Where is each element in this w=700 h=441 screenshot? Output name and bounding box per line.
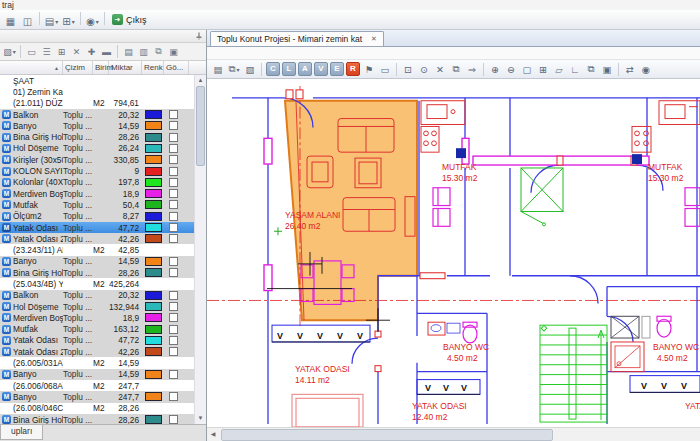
- table-row[interactable]: (23.243/11) ALÜM...M242,85: [0, 244, 195, 255]
- color-swatch[interactable]: [145, 223, 162, 232]
- visibility-checkbox[interactable]: [169, 257, 178, 266]
- document-tab[interactable]: Toplu Konut Projesi - Mimari zemin kat ✕: [210, 31, 384, 46]
- table-row[interactable]: MYatak OdasıToplu ...47,72: [0, 222, 195, 233]
- layer-e-button[interactable]: E: [330, 62, 344, 76]
- scroll-left-icon[interactable]: ◀: [207, 428, 219, 440]
- visibility-checkbox[interactable]: [169, 302, 178, 311]
- paste-icon[interactable]: ▧▾: [3, 45, 16, 58]
- go-icon[interactable]: ⇒: [465, 62, 479, 76]
- print-icon[interactable]: ▤: [122, 45, 135, 58]
- pin-icon[interactable]: [195, 32, 203, 40]
- color-swatch[interactable]: [145, 415, 162, 424]
- color-swatch[interactable]: [145, 212, 162, 221]
- visibility-checkbox[interactable]: [169, 212, 178, 221]
- color-swatch[interactable]: [145, 291, 162, 300]
- column-name[interactable]: ▲: [0, 61, 63, 74]
- visibility-checkbox[interactable]: [169, 347, 178, 356]
- layer-a-button[interactable]: A: [298, 62, 312, 76]
- grid-scrollbar[interactable]: ▲ ▼: [194, 75, 206, 424]
- table-row[interactable]: MYatak Odası 2Toplu ...42,26: [0, 233, 195, 244]
- color-swatch[interactable]: [145, 392, 162, 401]
- table-row[interactable]: MKOLON SAYILARIToplu ...9: [0, 165, 195, 176]
- visibility-checkbox[interactable]: [169, 313, 178, 322]
- table-row[interactable]: MBina Giriş HolüToplu ...28,26: [0, 414, 195, 424]
- color-swatch[interactable]: [145, 370, 162, 379]
- select-icon[interactable]: ⊡: [401, 62, 415, 76]
- visibility-checkbox[interactable]: [169, 325, 178, 334]
- page-icon[interactable]: ▱: [552, 62, 566, 76]
- table-row[interactable]: MÖlçüm2Toplu ...8,27: [0, 211, 195, 222]
- table-row[interactable]: MKolonlar (40X60)Toplu ...197,8: [0, 177, 195, 188]
- column-miktar[interactable]: Miktar: [109, 61, 142, 74]
- visibility-checkbox[interactable]: [169, 133, 178, 142]
- table-row[interactable]: MBina Giriş HolüToplu ...28,26: [0, 267, 195, 278]
- column-gorunum[interactable]: Gö...: [164, 61, 189, 74]
- window-icon[interactable]: ◫: [20, 14, 35, 29]
- table-row[interactable]: MHol DöşemeToplu ...26,24: [0, 143, 195, 154]
- color-swatch[interactable]: [145, 313, 162, 322]
- scroll-up-icon[interactable]: ▲: [195, 75, 206, 86]
- color-swatch[interactable]: [145, 144, 162, 153]
- scroll-thumb[interactable]: [196, 86, 205, 166]
- color-swatch[interactable]: [145, 189, 162, 198]
- help-globe-icon[interactable]: ◉▾: [85, 14, 100, 29]
- table-row[interactable]: MMerdiven BoşluğuToplu ...18,9: [0, 312, 195, 323]
- zoom-in-icon[interactable]: ⊕: [488, 62, 502, 76]
- table-row[interactable]: (25.043/4B) YENİ ...M2425,264: [0, 278, 195, 289]
- zoom-window-icon[interactable]: ⊞: [536, 62, 550, 76]
- table-row[interactable]: MBanyoToplu ...14,59: [0, 120, 195, 131]
- visibility-icon[interactable]: ◉: [639, 62, 653, 76]
- add-icon[interactable]: ✚: [85, 45, 98, 58]
- column-renk[interactable]: Renk: [142, 61, 164, 74]
- zoom-extents-icon[interactable]: ▢: [520, 62, 534, 76]
- color-swatch[interactable]: [145, 178, 162, 187]
- table-row[interactable]: MBalkonToplu ...20,32: [0, 290, 195, 301]
- measure-icon[interactable]: ∟: [568, 62, 582, 76]
- color-swatch[interactable]: [145, 167, 162, 176]
- panel-bottom-tab[interactable]: upları: [0, 425, 43, 440]
- table-row[interactable]: MBanyoToplu ...247,7: [0, 391, 195, 402]
- refresh-icon[interactable]: ⇄: [623, 62, 637, 76]
- visibility-checkbox[interactable]: [169, 121, 178, 130]
- layer-c-button[interactable]: C: [266, 62, 280, 76]
- duplicate-icon[interactable]: ⧉: [449, 62, 463, 76]
- visibility-checkbox[interactable]: [169, 223, 178, 232]
- table-row[interactable]: MKirişler (30x50)Toplu ...330,85: [0, 154, 195, 165]
- delete-icon[interactable]: ✕: [70, 45, 83, 58]
- color-swatch[interactable]: [145, 268, 162, 277]
- visibility-checkbox[interactable]: [169, 336, 178, 345]
- table-row[interactable]: MBalkonToplu ...20,32: [0, 109, 195, 120]
- visibility-checkbox[interactable]: [169, 167, 178, 176]
- duplicate-icon[interactable]: ⧉: [152, 45, 165, 58]
- column-birim[interactable]: Birim: [93, 61, 109, 74]
- color-swatch[interactable]: [145, 347, 162, 356]
- color-swatch[interactable]: [145, 155, 162, 164]
- table-row[interactable]: (26.005/031A) 33...M214,59: [0, 357, 195, 368]
- table-row[interactable]: 01) Zemin Kat: [0, 86, 195, 97]
- table-row[interactable]: MMutfakToplu ...163,12: [0, 324, 195, 335]
- exit-button[interactable]: ➜ Çıkış: [108, 12, 151, 28]
- color-swatch[interactable]: [145, 336, 162, 345]
- zoom-out-icon[interactable]: ⊖: [504, 62, 518, 76]
- tab-close-icon[interactable]: ✕: [371, 35, 377, 43]
- color-swatch[interactable]: [145, 110, 162, 119]
- book-icon[interactable]: ▤▾: [44, 14, 59, 29]
- color-swatch[interactable]: [145, 325, 162, 334]
- copy-icon[interactable]: ⧉▾: [227, 62, 241, 76]
- visibility-checkbox[interactable]: [169, 415, 178, 424]
- zoom-icon[interactable]: ⊙: [417, 62, 431, 76]
- paste-icon[interactable]: ▧: [243, 62, 257, 76]
- table-row[interactable]: ŞAAT: [0, 75, 195, 86]
- print-preview-icon[interactable]: ▥: [137, 45, 150, 58]
- table-row[interactable]: (26.006/068A) 20...M2247,7: [0, 380, 195, 391]
- table-row[interactable]: MMerdiven BoşluğuToplu ...18,9: [0, 188, 195, 199]
- frame-icon[interactable]: ▣: [600, 62, 614, 76]
- layer-r-button[interactable]: R: [346, 62, 360, 76]
- table-row[interactable]: MBanyoToplu ...14,59: [0, 256, 195, 267]
- menu-item[interactable]: traj: [2, 0, 14, 10]
- color-swatch[interactable]: [145, 234, 162, 243]
- table-row[interactable]: MYatak OdasıToplu ...47,72: [0, 335, 195, 346]
- table-row[interactable]: (26.008/046C) 40...M228,26: [0, 403, 195, 414]
- copy-icon[interactable]: ⊞: [55, 45, 68, 58]
- table-row[interactable]: MBina Giriş HolüToplu ...28,26: [0, 131, 195, 142]
